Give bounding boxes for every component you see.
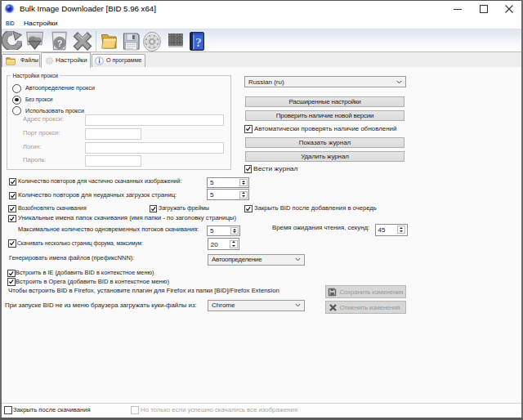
svg-text:?: ? <box>195 36 202 49</box>
svg-text:?: ? <box>57 38 63 48</box>
